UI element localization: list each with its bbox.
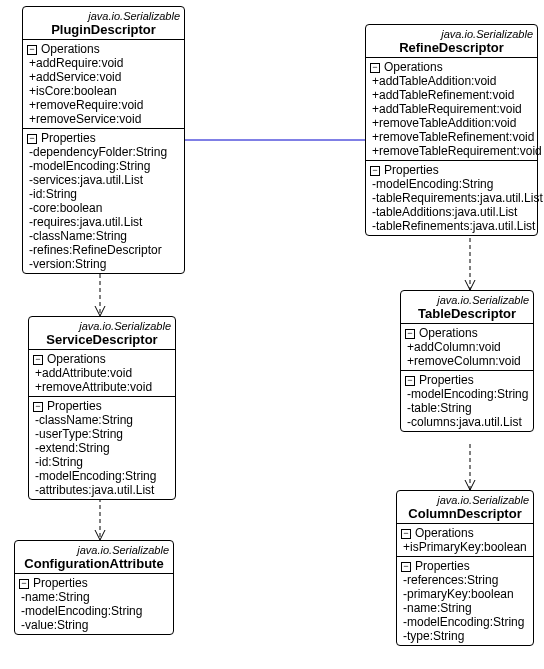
member: -type:String [401, 629, 529, 643]
member: -dependencyFolder:String [27, 145, 180, 159]
member: -modelEncoding:String [401, 615, 529, 629]
properties-header: Properties [419, 373, 474, 387]
collapse-icon[interactable]: − [370, 63, 380, 73]
class-service-descriptor: java.io.Serializable ServiceDescriptor −… [28, 316, 176, 500]
member: +addRequire:void [27, 56, 180, 70]
stereotype-label: java.io.Serializable [370, 27, 533, 41]
stereotype-label: java.io.Serializable [19, 543, 169, 557]
collapse-icon[interactable]: − [401, 529, 411, 539]
stereotype-label: java.io.Serializable [27, 9, 180, 23]
member: -core:boolean [27, 201, 180, 215]
member: -refines:RefineDescriptor [27, 243, 180, 257]
class-header: java.io.Serializable TableDescriptor [401, 291, 533, 324]
member: +removeAttribute:void [33, 380, 171, 394]
member: +isCore:boolean [27, 84, 180, 98]
stereotype-label: java.io.Serializable [33, 319, 171, 333]
properties-section: −Properties -dependencyFolder:String -mo… [23, 129, 184, 273]
operations-section: −Operations +addRequire:void +addService… [23, 40, 184, 129]
member: -id:String [27, 187, 180, 201]
member: +removeTableRefinement:void [370, 130, 533, 144]
member: +removeRequire:void [27, 98, 180, 112]
collapse-icon[interactable]: − [33, 402, 43, 412]
operations-section: −Operations +addAttribute:void +removeAt… [29, 350, 175, 397]
member: -name:String [19, 590, 169, 604]
member: +isPrimaryKey:boolean [401, 540, 529, 554]
member: -services:java.util.List [27, 173, 180, 187]
class-name: RefineDescriptor [370, 41, 533, 55]
member: -modelEncoding:String [370, 177, 533, 191]
member: -requires:java.util.List [27, 215, 180, 229]
class-name: ColumnDescriptor [401, 507, 529, 521]
member: +addTableRefinement:void [370, 88, 533, 102]
member: -tableAdditions:java.util.List [370, 205, 533, 219]
member: +removeTableAddition:void [370, 116, 533, 130]
collapse-icon[interactable]: − [19, 579, 29, 589]
operations-header: Operations [384, 60, 443, 74]
collapse-icon[interactable]: − [405, 329, 415, 339]
member: -tableRequirements:java.util.List [370, 191, 533, 205]
member: -table:String [405, 401, 529, 415]
collapse-icon[interactable]: − [33, 355, 43, 365]
operations-section: −Operations +isPrimaryKey:boolean [397, 524, 533, 557]
operations-section: −Operations +addColumn:void +removeColum… [401, 324, 533, 371]
member: -extend:String [33, 441, 171, 455]
properties-header: Properties [47, 399, 102, 413]
member: +addTableAddition:void [370, 74, 533, 88]
member: -tableRefinements:java.util.List [370, 219, 533, 233]
properties-section: −Properties -references:String -primaryK… [397, 557, 533, 645]
member: -attributes:java.util.List [33, 483, 171, 497]
member: +addColumn:void [405, 340, 529, 354]
class-name: TableDescriptor [405, 307, 529, 321]
properties-header: Properties [41, 131, 96, 145]
collapse-icon[interactable]: − [370, 166, 380, 176]
member: +removeTableRequirement:void [370, 144, 533, 158]
class-name: PluginDescriptor [27, 23, 180, 37]
member: -id:String [33, 455, 171, 469]
class-header: java.io.Serializable PluginDescriptor [23, 7, 184, 40]
class-name: ServiceDescriptor [33, 333, 171, 347]
class-header: java.io.Serializable ConfigurationAttrib… [15, 541, 173, 574]
operations-header: Operations [41, 42, 100, 56]
collapse-icon[interactable]: − [27, 45, 37, 55]
member: +addTableRequirement:void [370, 102, 533, 116]
class-header: java.io.Serializable RefineDescriptor [366, 25, 537, 58]
properties-section: −Properties -className:String -userType:… [29, 397, 175, 499]
properties-section: −Properties -modelEncoding:String -table… [366, 161, 537, 235]
member: -className:String [27, 229, 180, 243]
class-header: java.io.Serializable ColumnDescriptor [397, 491, 533, 524]
member: -userType:String [33, 427, 171, 441]
member: -columns:java.util.List [405, 415, 529, 429]
properties-header: Properties [415, 559, 470, 573]
stereotype-label: java.io.Serializable [405, 293, 529, 307]
stereotype-label: java.io.Serializable [401, 493, 529, 507]
class-header: java.io.Serializable ServiceDescriptor [29, 317, 175, 350]
class-configuration-attribute: java.io.Serializable ConfigurationAttrib… [14, 540, 174, 635]
collapse-icon[interactable]: − [405, 376, 415, 386]
member: +addService:void [27, 70, 180, 84]
class-name: ConfigurationAttribute [19, 557, 169, 571]
member: -primaryKey:boolean [401, 587, 529, 601]
member: +addAttribute:void [33, 366, 171, 380]
member: -modelEncoding:String [19, 604, 169, 618]
class-plugin-descriptor: java.io.Serializable PluginDescriptor −O… [22, 6, 185, 274]
class-column-descriptor: java.io.Serializable ColumnDescriptor −O… [396, 490, 534, 646]
class-table-descriptor: java.io.Serializable TableDescriptor −Op… [400, 290, 534, 432]
operations-header: Operations [419, 326, 478, 340]
member: -name:String [401, 601, 529, 615]
properties-header: Properties [384, 163, 439, 177]
member: -className:String [33, 413, 171, 427]
operations-header: Operations [415, 526, 474, 540]
operations-section: −Operations +addTableAddition:void +addT… [366, 58, 537, 161]
properties-header: Properties [33, 576, 88, 590]
member: -modelEncoding:String [405, 387, 529, 401]
member: -value:String [19, 618, 169, 632]
class-refine-descriptor: java.io.Serializable RefineDescriptor −O… [365, 24, 538, 236]
properties-section: −Properties -modelEncoding:String -table… [401, 371, 533, 431]
collapse-icon[interactable]: − [27, 134, 37, 144]
member: +removeService:void [27, 112, 180, 126]
member: -modelEncoding:String [33, 469, 171, 483]
properties-section: −Properties -name:String -modelEncoding:… [15, 574, 173, 634]
operations-header: Operations [47, 352, 106, 366]
collapse-icon[interactable]: − [401, 562, 411, 572]
member: -modelEncoding:String [27, 159, 180, 173]
